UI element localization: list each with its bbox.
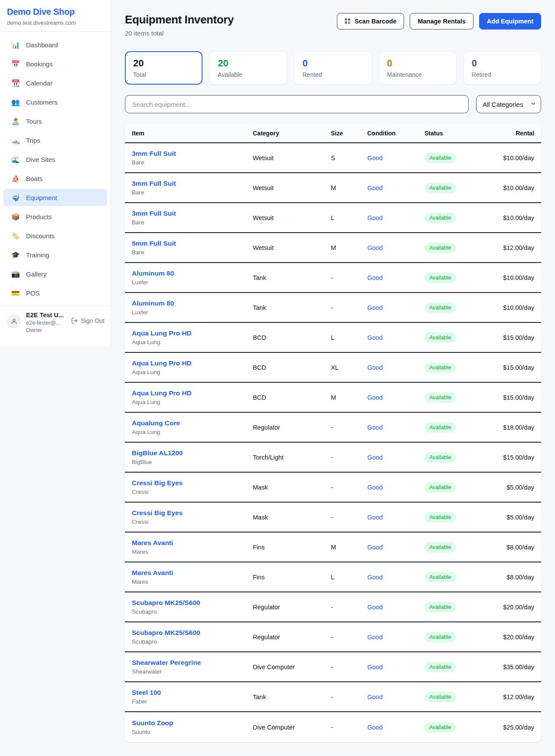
- manage-rentals-label: Manage Rentals: [418, 18, 465, 25]
- condition-link[interactable]: Good: [367, 694, 382, 700]
- sidebar-item-pos[interactable]: 💳 POS: [3, 284, 107, 302]
- item-brand: Shearwater: [132, 668, 253, 675]
- item-name-link[interactable]: Aluminum 80: [132, 299, 253, 307]
- item-name-link[interactable]: Aluminum 80: [132, 270, 253, 277]
- condition-link[interactable]: Good: [367, 574, 382, 581]
- sidebar-item-label: Gallery: [26, 270, 47, 278]
- condition-link[interactable]: Good: [367, 484, 382, 491]
- condition-link[interactable]: Good: [367, 724, 382, 731]
- stat-card-rented[interactable]: 0 Rented: [294, 51, 372, 85]
- dive-sites-icon: 🌊: [11, 155, 20, 164]
- item-name-link[interactable]: 5mm Full Suit: [132, 240, 253, 247]
- manage-rentals-button[interactable]: Manage Rentals: [410, 13, 473, 30]
- sign-out-button[interactable]: Sign Out: [71, 317, 104, 324]
- condition-link[interactable]: Good: [367, 364, 382, 371]
- condition-cell: Good: [367, 274, 424, 282]
- condition-link[interactable]: Good: [367, 544, 382, 551]
- item-name-link[interactable]: Shearwater Peregrine: [132, 659, 253, 667]
- user-email: e2e-tester@...: [26, 320, 66, 326]
- condition-link[interactable]: Good: [367, 664, 382, 671]
- sidebar-item-tours[interactable]: 🏝️ Tours: [3, 112, 107, 130]
- sidebar-item-discounts[interactable]: 🏷️ Discounts: [3, 227, 107, 244]
- category-cell: Wetsuit: [253, 244, 331, 251]
- sidebar-item-gallery[interactable]: 📸 Gallery: [3, 265, 107, 283]
- item-name-link[interactable]: Steel 100: [132, 689, 253, 697]
- table-row: Mares Avanti Mares Fins M Good Available…: [125, 532, 541, 562]
- status-cell: Available: [424, 153, 498, 163]
- add-equipment-label: Add Equipment: [487, 18, 533, 25]
- scan-barcode-button[interactable]: Scan Barcode: [337, 13, 405, 30]
- condition-link[interactable]: Good: [367, 184, 382, 191]
- condition-link[interactable]: Good: [367, 424, 382, 431]
- item-name-link[interactable]: 3mm Full Suit: [132, 210, 253, 217]
- item-name-link[interactable]: Aqua Lung Pro HD: [132, 329, 253, 337]
- item-name-link[interactable]: Scubapro MK25/S600: [132, 599, 253, 607]
- equipment-inventory-page: { "brand": { "name": "Demo Dive Shop", "…: [0, 0, 555, 756]
- stat-label: Maintenance: [387, 71, 448, 78]
- sidebar-item-dive-sites[interactable]: 🌊 Dive Sites: [3, 151, 107, 168]
- condition-link[interactable]: Good: [367, 154, 382, 161]
- stat-value: 0: [472, 58, 533, 69]
- item-name-link[interactable]: Cressi Big Eyes: [132, 479, 253, 487]
- sidebar-item-customers[interactable]: 👥 Customers: [3, 93, 107, 111]
- stat-card-retired[interactable]: 0 Retired: [464, 51, 541, 85]
- status-badge: Available: [424, 662, 456, 672]
- item-name-link[interactable]: Aqua Lung Pro HD: [132, 359, 253, 367]
- item-name-link[interactable]: 3mm Full Suit: [132, 180, 253, 187]
- item-name-link[interactable]: BigBlue AL1200: [132, 449, 253, 457]
- stats-row: 20 Total 20 Available 0 Rented 0 Mainten…: [125, 51, 541, 85]
- sidebar-item-label: Boats: [26, 175, 42, 182]
- condition-link[interactable]: Good: [367, 214, 382, 221]
- stat-value: 20: [218, 58, 279, 69]
- sidebar-item-dashboard[interactable]: 📊 Dashboard: [3, 36, 107, 53]
- sidebar-item-training[interactable]: 🎓 Training: [3, 246, 107, 263]
- sidebar-item-products[interactable]: 📦 Products: [3, 208, 107, 225]
- item-name-link[interactable]: Aqualung Core: [132, 419, 253, 427]
- status-badge: Available: [424, 452, 456, 463]
- brand-domain: demo.test.divestreams.com: [7, 20, 104, 26]
- size-cell: L: [331, 214, 367, 221]
- table-row: Shearwater Peregrine Shearwater Dive Com…: [125, 652, 541, 682]
- rental-price: $5.00/day: [506, 514, 534, 521]
- condition-link[interactable]: Good: [367, 244, 382, 251]
- category-filter-select[interactable]: All Categories: [476, 95, 541, 113]
- category-cell: Mask: [253, 484, 331, 491]
- condition-link[interactable]: Good: [367, 394, 382, 401]
- sidebar-item-bookings[interactable]: 📅 Bookings: [3, 55, 107, 72]
- size-cell: -: [331, 664, 367, 671]
- stat-card-maintenance[interactable]: 0 Maintenance: [379, 51, 457, 85]
- item-name-link[interactable]: Mares Avanti: [132, 569, 253, 577]
- item-name-link[interactable]: 3mm Full Suit: [132, 150, 253, 158]
- size-cell: L: [331, 334, 367, 341]
- search-input[interactable]: [125, 95, 469, 113]
- rental-price: $15.00/day: [503, 364, 534, 371]
- size-cell: M: [331, 394, 367, 401]
- size-cell: -: [331, 304, 367, 311]
- item-name-link[interactable]: Suunto Zoop: [132, 719, 253, 727]
- sidebar-item-trips[interactable]: 🛥️ Trips: [3, 131, 107, 149]
- sidebar-item-equipment[interactable]: 🤿 Equipment: [3, 189, 107, 206]
- item-name-link[interactable]: Cressi Big Eyes: [132, 509, 253, 517]
- stat-label: Rented: [302, 71, 363, 78]
- item-name-link[interactable]: Mares Avanti: [132, 539, 253, 547]
- condition-link[interactable]: Good: [367, 634, 382, 641]
- stat-card-available[interactable]: 20 Available: [209, 51, 287, 85]
- item-name-link[interactable]: Aqua Lung Pro HD: [132, 389, 253, 397]
- sidebar-item-boats[interactable]: ⛵ Boats: [3, 170, 107, 187]
- condition-link[interactable]: Good: [367, 274, 382, 281]
- avatar: [7, 314, 21, 328]
- sidebar-item-calendar[interactable]: 📆 Calendar: [3, 74, 107, 92]
- table-row: Mares Avanti Mares Fins L Good Available…: [125, 562, 541, 592]
- condition-link[interactable]: Good: [367, 514, 382, 521]
- condition-link[interactable]: Good: [367, 454, 382, 461]
- add-equipment-button[interactable]: Add Equipment: [479, 13, 541, 30]
- condition-link[interactable]: Good: [367, 304, 382, 311]
- status-cell: Available: [424, 243, 498, 253]
- condition-link[interactable]: Good: [367, 334, 382, 341]
- condition-link[interactable]: Good: [367, 604, 382, 611]
- status-cell: Available: [424, 512, 498, 523]
- stat-card-total[interactable]: 20 Total: [125, 51, 202, 85]
- condition-cell: Good: [367, 603, 424, 611]
- item-name-link[interactable]: Scubapro MK25/S600: [132, 629, 253, 637]
- status-badge: Available: [424, 392, 456, 403]
